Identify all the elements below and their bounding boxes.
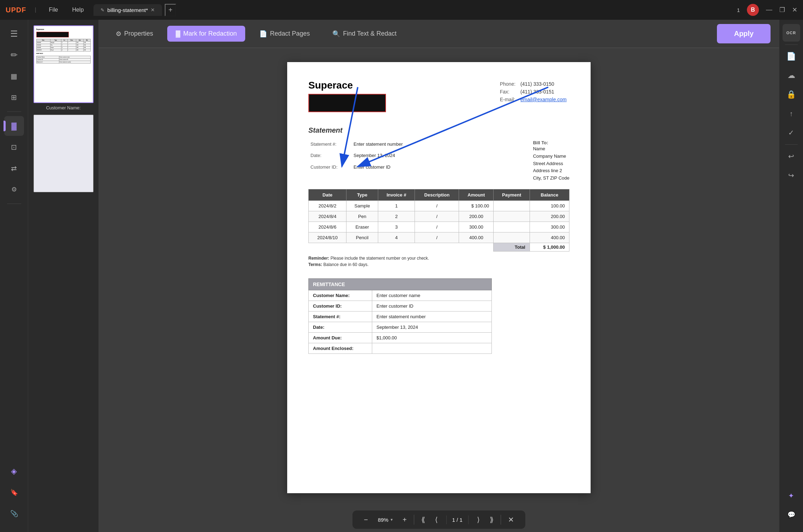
find-text-icon: 🔍: [332, 30, 340, 38]
tab-billing-statement[interactable]: ✎ billing-statement* ✕: [93, 4, 162, 16]
sidebar-item-layers[interactable]: ◈: [4, 461, 24, 481]
redact-pages-icon: 📄: [259, 30, 267, 38]
thumbnail-panel: Superace DateTypeInvDescAmtBal 2024/8/2S…: [28, 20, 99, 532]
sidebar-item-extract[interactable]: ⊡: [4, 137, 24, 157]
shield-icon-btn[interactable]: 🔒: [783, 86, 800, 103]
bill-to-city: City, ST ZIP Code: [533, 175, 569, 182]
stmt-num-value: Enter statement number: [352, 141, 404, 151]
minimize-button[interactable]: —: [766, 6, 772, 14]
page-first-button[interactable]: ⟪: [417, 513, 429, 527]
bill-to-section: Bill To: Name Company Name Street Addres…: [533, 140, 569, 182]
ocr-button[interactable]: OCR: [783, 24, 800, 42]
fax-value: (411) 333-0151: [518, 88, 569, 95]
mark-redaction-label: Mark for Redaction: [183, 30, 237, 37]
thumbnail-page-2[interactable]: [34, 115, 93, 192]
sidebar-item-comment[interactable]: ▦: [4, 66, 24, 86]
undo-button[interactable]: ↩: [783, 147, 800, 165]
col-payment: Payment: [494, 189, 530, 200]
sidebar-right-bottom: ✦ 💬: [783, 487, 800, 528]
titlebar: UPDF | File Help ✎ billing-statement* ✕ …: [0, 0, 803, 20]
total-value: $ 1,000.00: [530, 243, 569, 251]
menu-file[interactable]: File: [45, 5, 62, 14]
customer-id-label: Customer ID:: [309, 164, 351, 174]
find-text-label: Find Text & Redact: [343, 30, 397, 37]
mark-redaction-icon: ▓: [176, 30, 180, 37]
user-avatar[interactable]: B: [747, 4, 759, 16]
remittance-row: Statement #:Enter statement number: [309, 311, 492, 322]
zoom-in-button[interactable]: +: [398, 513, 411, 527]
ai-icon-btn[interactable]: ✦: [783, 487, 800, 504]
terms-label: Terms:: [308, 262, 322, 267]
sidebar-item-bookmark[interactable]: 🔖: [4, 483, 24, 502]
sidebar-item-redact[interactable]: ▓: [4, 116, 24, 136]
apply-button[interactable]: Apply: [717, 24, 771, 43]
find-text-redact-button[interactable]: 🔍 Find Text & Redact: [324, 26, 405, 42]
file-icon-btn[interactable]: 📄: [783, 48, 800, 65]
sidebar-item-protect[interactable]: ⚙: [4, 180, 24, 199]
col-date: Date: [309, 189, 346, 200]
email-value[interactable]: email@example.com: [520, 97, 567, 102]
chat-icon-btn[interactable]: 💬: [783, 506, 800, 524]
cloud-icon-btn[interactable]: ☁: [783, 67, 800, 84]
thumbnail-img-1: Superace DateTypeInvDescAmtBal 2024/8/2S…: [34, 25, 93, 103]
check-icon-btn[interactable]: ✓: [783, 124, 800, 141]
sidebar-item-convert[interactable]: ⇄: [4, 158, 24, 178]
file-icon: 📄: [786, 52, 796, 61]
page-next-skip-button[interactable]: ⟩: [473, 513, 484, 527]
sidebar-item-stamp[interactable]: ✏: [4, 45, 24, 65]
remittance-row: Date:September 13, 2024: [309, 322, 492, 332]
contact-info: Phone: (411) 333-0150 Fax: (411) 333-015…: [497, 80, 569, 104]
attachment-icon: 📎: [10, 510, 18, 518]
tab-area: ✎ billing-statement* ✕ +: [93, 4, 731, 16]
redact-icon: ▓: [11, 122, 17, 130]
zoom-nav-bar: − 89% ▾ + ⟪ ⟨ 1 / 1 ⟩ ⟫ ✕: [352, 510, 525, 529]
menu-help[interactable]: Help: [68, 5, 88, 14]
zoom-dropdown-arrow[interactable]: ▾: [391, 517, 393, 522]
remittance-row: Customer ID:Enter customer ID: [309, 301, 492, 311]
col-amount: Amount: [459, 189, 494, 200]
thumbnail-page-1[interactable]: Superace DateTypeInvDescAmtBal 2024/8/2S…: [34, 25, 93, 110]
read-icon: ☰: [10, 29, 18, 39]
main-layout: ☰ ✏ ▦ ⊞ ▓ ⊡ ⇄ ⚙ ◈ 🔖: [0, 20, 803, 532]
sidebar-item-read[interactable]: ☰: [4, 24, 24, 44]
table-row: 2024/8/2Sample1/$ 100.00100.00: [309, 200, 569, 211]
date-label: Date:: [309, 152, 351, 163]
col-balance: Balance: [530, 189, 569, 200]
statement-title: Statement: [308, 126, 569, 134]
page-indicator: 1: [737, 7, 740, 13]
close-button[interactable]: ✕: [792, 6, 797, 14]
bookmark-icon: 🔖: [10, 489, 18, 496]
redact-pages-button[interactable]: 📄 Redact Pages: [251, 26, 318, 42]
maximize-button[interactable]: ❐: [779, 6, 785, 14]
cloud-icon: ☁: [787, 71, 795, 80]
tab-close-button[interactable]: ✕: [151, 7, 155, 13]
content-area: ⚙ Properties ▓ Mark for Redaction 📄 Reda…: [99, 20, 779, 532]
terms-text: Terms: Balance due in 60 days.: [308, 262, 429, 267]
zoom-level: 89%: [378, 517, 388, 523]
page-last-button[interactable]: ⟫: [485, 513, 498, 527]
bottom-toolbar: − 89% ▾ + ⟪ ⟨ 1 / 1 ⟩ ⟫ ✕: [99, 507, 779, 532]
chat-icon: 💬: [787, 511, 795, 519]
sidebar-item-pages[interactable]: ⊞: [4, 87, 24, 107]
protect-icon: ⚙: [11, 186, 17, 193]
table-row: 2024/8/6Eraser3/300.00300.00: [309, 222, 569, 232]
properties-button[interactable]: ⚙ Properties: [107, 26, 162, 42]
invoice-table: Date Type Invoice # Description Amount P…: [308, 189, 569, 252]
remittance-table: REMITTANCE Customer Name:Enter customer …: [308, 278, 492, 354]
page-prev-skip-button[interactable]: ⟨: [431, 513, 442, 527]
zoom-out-button[interactable]: −: [360, 513, 372, 527]
redo-button[interactable]: ↪: [783, 167, 800, 184]
sidebar-item-attachment[interactable]: 📎: [4, 504, 24, 524]
tab-add-button[interactable]: +: [165, 4, 176, 16]
reminder-text: Reminder: Please include the statement n…: [308, 256, 429, 261]
tab-edit-icon: ✎: [101, 7, 104, 13]
col-type: Type: [346, 189, 378, 200]
doc-header: Superace Phone: (411) 333-0150 Fax: (411…: [308, 80, 569, 119]
comment-icon: ▦: [11, 72, 17, 80]
share-icon-btn[interactable]: ↑: [783, 105, 800, 122]
close-view-button[interactable]: ✕: [504, 513, 518, 527]
sidebar-divider-2: [7, 204, 21, 204]
thumbnail-img-2: [34, 115, 93, 192]
page-display: 1 / 1: [446, 515, 469, 524]
mark-redaction-button[interactable]: ▓ Mark for Redaction: [167, 26, 245, 42]
